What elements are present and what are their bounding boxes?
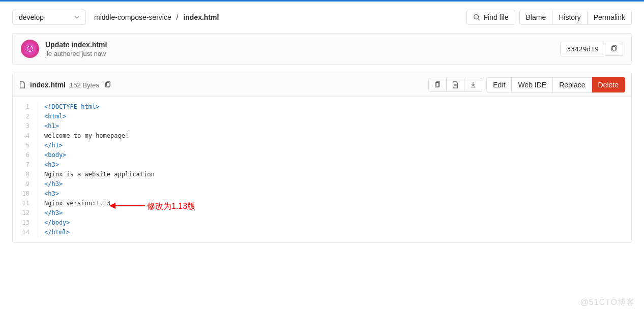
copy-icon xyxy=(104,81,111,88)
line-number[interactable]: 11 xyxy=(19,199,32,208)
line-number[interactable]: 6 xyxy=(19,150,32,160)
raw-button[interactable] xyxy=(447,78,464,92)
annotation-overlay: 修改为1.13版 xyxy=(109,201,195,211)
find-file-label: Find file xyxy=(483,13,508,21)
history-button[interactable]: History xyxy=(552,10,588,25)
file-content-box: index.html 152 Bytes xyxy=(12,73,632,243)
copy-icon xyxy=(610,45,618,52)
line-number[interactable]: 8 xyxy=(19,170,32,179)
code-viewer: 1234567891011121314 <!DOCTYPE html><html… xyxy=(13,97,631,242)
code-line: </body> xyxy=(44,218,625,228)
commit-title[interactable]: Update index.html xyxy=(45,41,107,49)
copy-contents-button[interactable] xyxy=(428,78,447,92)
code-lines: <!DOCTYPE html><html><h1>welcome to my h… xyxy=(38,102,631,237)
arrow-icon xyxy=(109,201,145,211)
code-line: </h3> xyxy=(44,179,625,189)
copy-sha-button[interactable] xyxy=(605,42,623,56)
permalink-button[interactable]: Permalink xyxy=(588,10,632,25)
edit-button[interactable]: Edit xyxy=(486,77,512,92)
file-size: 152 Bytes xyxy=(70,81,99,89)
line-number[interactable]: 1 xyxy=(19,102,32,112)
blame-button[interactable]: Blame xyxy=(519,10,553,25)
annotation-text: 修改为1.13版 xyxy=(147,201,195,211)
download-button[interactable] xyxy=(464,78,482,92)
file-name: index.html xyxy=(30,81,66,89)
delete-button[interactable]: Delete xyxy=(592,77,625,92)
line-number[interactable]: 5 xyxy=(19,141,32,150)
copy-icon xyxy=(434,81,441,88)
line-number[interactable]: 14 xyxy=(19,228,32,237)
breadcrumb-parent[interactable]: middle-compose-service xyxy=(94,13,171,21)
breadcrumb-separator: / xyxy=(177,13,179,21)
line-number[interactable]: 10 xyxy=(19,189,32,199)
file-icon xyxy=(19,81,26,88)
svg-marker-11 xyxy=(109,203,115,209)
chevron-down-icon xyxy=(74,15,79,20)
find-file-button[interactable]: Find file xyxy=(466,10,515,25)
code-line: </html> xyxy=(44,228,625,237)
branch-selector[interactable]: develop xyxy=(12,10,86,25)
avatar xyxy=(21,40,39,58)
code-line: </h1> xyxy=(44,141,625,150)
breadcrumb: middle-compose-service / index.html xyxy=(94,13,219,21)
commit-sha: 33429d19 xyxy=(560,42,605,56)
code-line: <h1> xyxy=(44,121,625,131)
code-line: <h3> xyxy=(44,160,625,170)
code-line: <html> xyxy=(44,112,625,121)
download-icon xyxy=(470,81,477,88)
breadcrumb-current: index.html xyxy=(183,13,219,21)
line-number[interactable]: 2 xyxy=(19,112,32,121)
svg-point-0 xyxy=(474,15,479,19)
replace-button[interactable]: Replace xyxy=(553,77,592,92)
line-number[interactable]: 12 xyxy=(19,208,32,218)
commit-meta: jie authored just now xyxy=(45,50,107,57)
line-number[interactable]: 7 xyxy=(19,160,32,170)
code-line: <h3> xyxy=(44,189,625,199)
svg-line-1 xyxy=(478,19,480,21)
document-icon xyxy=(452,81,459,88)
line-number[interactable]: 3 xyxy=(19,121,32,131)
code-line: <!DOCTYPE html> xyxy=(44,102,625,112)
copy-path-button[interactable] xyxy=(103,80,112,89)
code-line: <body> xyxy=(44,150,625,160)
search-icon xyxy=(473,14,480,21)
file-header-row: develop middle-compose-service / index.h… xyxy=(12,10,632,25)
line-numbers: 1234567891011121314 xyxy=(13,102,38,237)
line-number[interactable]: 13 xyxy=(19,218,32,228)
code-line: welcome to my homepage! xyxy=(44,131,625,141)
web-ide-button[interactable]: Web IDE xyxy=(512,77,553,92)
line-number[interactable]: 9 xyxy=(19,179,32,189)
commit-info-box: Update index.html jie authored just now … xyxy=(12,33,632,65)
branch-name: develop xyxy=(19,13,44,21)
line-number[interactable]: 4 xyxy=(19,131,32,141)
code-line: Nginx is a website application xyxy=(44,170,625,179)
